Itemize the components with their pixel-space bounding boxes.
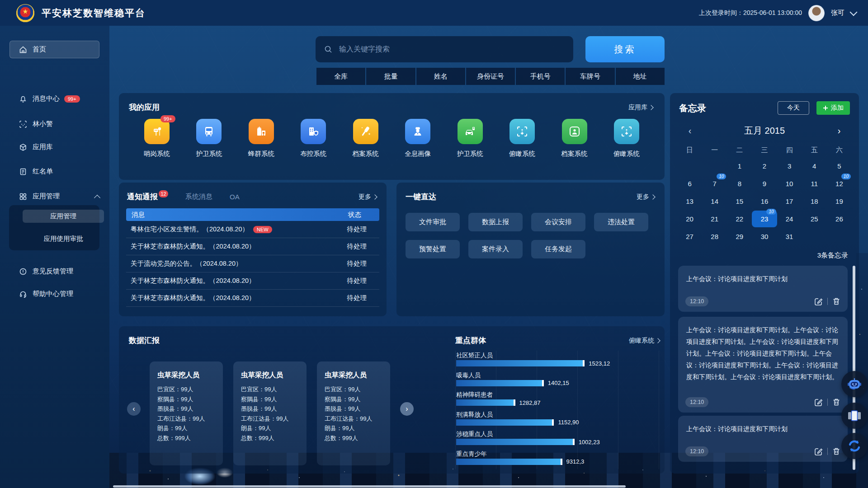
calendar-day[interactable]: 16 (752, 193, 777, 210)
calendar-day[interactable]: 22 (727, 211, 752, 227)
sidebar-item-help-center-management[interactable]: 帮助中心管理 (0, 285, 109, 303)
calendar-day[interactable]: 15 (727, 193, 752, 210)
calendar-day[interactable]: 18 (802, 193, 827, 210)
search-tab-all[interactable]: 全库 (316, 68, 365, 85)
memo-entry[interactable]: 上午会议：讨论项目进度和下周计划 12:10 (678, 266, 848, 312)
sidebar-item-lin-xiao-jing[interactable]: 林小警 (0, 115, 109, 133)
edit-icon[interactable] (814, 447, 823, 456)
calendar-day[interactable]: 8 (727, 175, 752, 192)
calendar-day[interactable]: 13 (677, 193, 702, 210)
chevron-down-icon[interactable] (850, 8, 858, 16)
calendar-day[interactable]: 20 (677, 211, 702, 227)
calendar-day[interactable]: 11 (802, 175, 827, 192)
calendar-day[interactable]: 30 (752, 228, 777, 245)
carousel-next-button[interactable]: › (400, 402, 414, 416)
calendar-day[interactable]: 2 (752, 158, 777, 174)
trash-icon[interactable] (832, 297, 840, 305)
table-row[interactable]: 关于林芝市森林防火通知。（2024.08.20） 待处理 (126, 290, 379, 307)
calendar-day[interactable]: 29 (727, 228, 752, 245)
quick-button-violation[interactable]: 违法处置 (594, 213, 648, 231)
quick-button-task-launch[interactable]: 任务发起 (531, 240, 585, 258)
trash-icon[interactable] (832, 447, 840, 455)
search-tab-address[interactable]: 地址 (616, 68, 665, 85)
trash-icon[interactable] (832, 398, 840, 406)
user-avatar[interactable] (808, 5, 825, 21)
add-memo-button[interactable]: 添加 (816, 101, 850, 115)
sidebar-item-app-management[interactable]: 应用管理 (0, 188, 109, 205)
sidebar-subitem-app-management[interactable]: 应用管理 (23, 210, 104, 223)
window-panels-button[interactable] (841, 403, 868, 429)
calendar-day[interactable]: 710 (702, 175, 727, 192)
calendar-day[interactable]: 28 (702, 228, 727, 245)
fukan-system-link[interactable]: 俯瞰系统 (629, 337, 660, 345)
quick-button-warning[interactable]: 预警处置 (406, 240, 460, 258)
calendar-day[interactable]: 10 (777, 175, 802, 192)
sidebar-item-app-library[interactable]: 应用库 (0, 138, 109, 156)
tab-system-messages[interactable]: 系统消息 (185, 192, 212, 201)
calendar-day[interactable]: 25 (802, 211, 827, 227)
search-tab-phone[interactable]: 手机号 (516, 68, 565, 85)
calendar-day[interactable]: 19 (827, 193, 852, 210)
calendar-day[interactable]: 6 (677, 175, 702, 192)
table-row[interactable]: 关于林芝市森林防火通知。（2024.08.20） 待处理 (126, 272, 379, 290)
calendar-day[interactable]: 26 (827, 211, 852, 227)
table-row[interactable]: 关于林芝市森林防火通知。（2024.08.20） 待处理 (126, 238, 379, 255)
calendar-day[interactable]: 5 (827, 158, 852, 174)
horizontal-scrollbar[interactable] (113, 485, 626, 488)
search-tab-plate[interactable]: 车牌号 (566, 68, 614, 85)
sidebar-item-home[interactable]: 首页 (9, 41, 99, 58)
calendar-day[interactable]: 21 (702, 211, 727, 227)
app-fukan-2[interactable]: 俯瞰系统 (606, 119, 647, 158)
calendar-day[interactable]: 3 (777, 158, 802, 174)
user-name[interactable]: 张可 (831, 9, 844, 17)
report-card[interactable]: 虫草采挖人员 巴宜区：99人 察隅县：99人 墨脱县：99人 工布江达县：99人… (233, 361, 307, 465)
carousel-prev-button[interactable]: ‹ (127, 402, 141, 416)
app-shaogang[interactable]: 99+ 哨岗系统 (136, 119, 178, 158)
app-dangan-1[interactable]: 档案系统 (345, 119, 387, 158)
sidebar-item-message-center[interactable]: 消息中心 99+ (0, 90, 109, 108)
edit-icon[interactable] (814, 398, 823, 407)
quick-button-case-entry[interactable]: 案件录入 (468, 240, 523, 258)
quick-button-meeting[interactable]: 会议安排 (531, 213, 585, 231)
memo-entry[interactable]: 上午会议：讨论项目进度和下周计划 12:10 (678, 416, 848, 462)
quick-button-file-approval[interactable]: 文件审批 (406, 213, 460, 231)
search-tab-id-number[interactable]: 身份证号 (466, 68, 515, 85)
app-huwei-1[interactable]: 护卫系统 (188, 119, 230, 158)
calendar-day[interactable]: 14 (702, 193, 727, 210)
quick-button-data-report[interactable]: 数据上报 (468, 213, 523, 231)
sync-refresh-button[interactable] (841, 433, 868, 459)
tab-oa[interactable]: OA (230, 193, 240, 201)
calendar-day[interactable]: 27 (677, 228, 702, 245)
sidebar-item-red-list[interactable]: 红名单 (0, 163, 109, 180)
app-quanxi[interactable]: 全息画像 (397, 119, 439, 158)
today-button[interactable]: 今天 (778, 101, 809, 115)
calendar-day[interactable]: 9 (752, 175, 777, 192)
chat-robot-button[interactable] (841, 371, 868, 397)
app-fengqun[interactable]: 蜂群系统 (241, 119, 282, 158)
sidebar-item-feedback-management[interactable]: 意见反馈管理 (0, 263, 109, 280)
app-huwei-2[interactable]: 护卫系统 (449, 119, 491, 158)
calendar-day-selected[interactable]: 2310 (752, 211, 777, 227)
calendar-day[interactable]: 24 (777, 211, 802, 227)
report-card[interactable]: 虫草采挖人员 巴宜区：99人 察隅县：99人 墨脱县：99人 工布江达县：99人… (150, 361, 223, 465)
search-input[interactable] (338, 45, 557, 54)
sidebar-subitem-app-usage-approval[interactable]: 应用使用审批 (23, 232, 104, 245)
calendar-prev-month[interactable]: ‹ (685, 126, 694, 136)
app-dangan-2[interactable]: 档案系统 (554, 119, 595, 158)
app-fukan-1[interactable]: 俯瞰系统 (501, 119, 543, 158)
notices-more-link[interactable]: 更多 (359, 193, 377, 201)
search-button[interactable]: 搜索 (585, 36, 665, 62)
search-tab-name[interactable]: 姓名 (416, 68, 465, 85)
calendar-day[interactable]: 4 (802, 158, 827, 174)
edit-icon[interactable] (814, 297, 823, 306)
calendar-day[interactable]: 17 (777, 193, 802, 210)
quick-access-more-link[interactable]: 更多 (637, 193, 655, 201)
calendar-day[interactable]: 1210 (827, 175, 852, 192)
app-library-link[interactable]: 应用库 (628, 103, 653, 112)
calendar-day[interactable]: 1 (727, 158, 752, 174)
search-tab-batch[interactable]: 批量 (366, 68, 415, 85)
report-card[interactable]: 虫草采挖人员 巴宜区：99人 察隅县：99人 墨脱县：99人 工布江达县：99人… (317, 361, 390, 465)
table-row[interactable]: 粤林住宅小区发生警情。（2024.08.20）NEW 待处理 (126, 221, 379, 238)
table-row[interactable]: 关于流动党员的公告。（2024.08.20） 待处理 (126, 255, 379, 272)
calendar-day[interactable]: 31 (777, 228, 802, 245)
